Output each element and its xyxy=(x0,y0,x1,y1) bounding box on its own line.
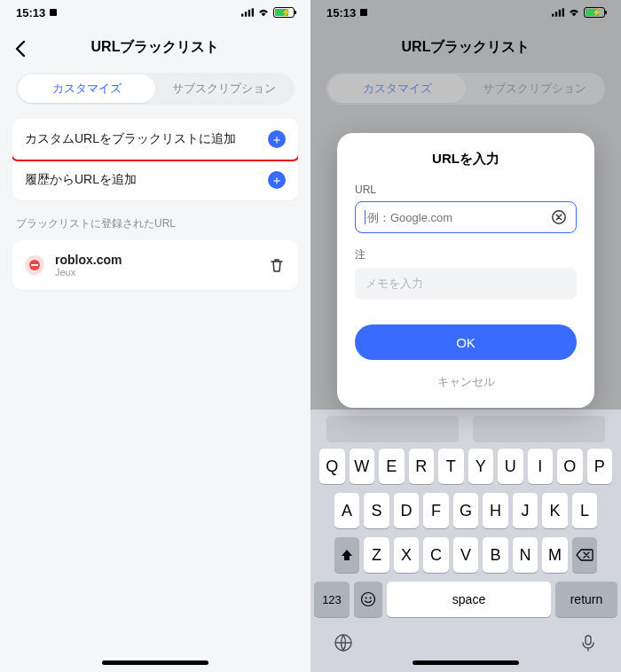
item-name: roblox.com xyxy=(55,253,268,267)
key-q[interactable]: Q xyxy=(319,449,345,484)
svg-rect-8 xyxy=(552,14,554,17)
modal-title: URLを入力 xyxy=(355,151,577,168)
home-indicator[interactable] xyxy=(102,660,208,665)
svg-rect-7 xyxy=(360,9,367,16)
shift-key[interactable] xyxy=(334,537,360,573)
prediction-slot[interactable] xyxy=(326,416,459,442)
plus-icon: ＋ xyxy=(268,171,286,189)
key-i[interactable]: I xyxy=(528,449,554,484)
numbers-key[interactable]: 123 xyxy=(314,582,350,617)
row-label: 履歴からURLを追加 xyxy=(25,172,268,188)
key-g[interactable]: G xyxy=(453,493,479,528)
svg-rect-6 xyxy=(31,264,38,266)
tab-custom[interactable]: カスタマイズ xyxy=(18,74,155,103)
row-label: カスタムURLをブラックリストに追加 xyxy=(25,131,268,147)
key-j[interactable]: J xyxy=(513,493,538,528)
signal-icon xyxy=(552,8,564,17)
svg-point-13 xyxy=(362,593,375,606)
backspace-key[interactable] xyxy=(572,537,598,573)
cancel-button[interactable]: キャンセル xyxy=(355,369,577,395)
key-y[interactable]: Y xyxy=(468,449,494,484)
status-bar: 15:13 ⚡ xyxy=(310,0,621,25)
key-z[interactable]: Z xyxy=(364,537,389,573)
svg-rect-1 xyxy=(241,14,243,17)
svg-rect-4 xyxy=(252,8,254,16)
svg-rect-9 xyxy=(555,12,557,16)
ok-button[interactable]: OK xyxy=(355,324,577,360)
back-button[interactable] xyxy=(7,35,34,62)
row-add-custom-url[interactable]: カスタムURLをブラックリストに追加 ＋ xyxy=(12,119,298,160)
battery-icon: ⚡ xyxy=(584,7,605,18)
key-l[interactable]: L xyxy=(572,493,598,528)
url-field[interactable] xyxy=(355,201,577,233)
shift-icon xyxy=(340,548,354,562)
note-label: 注 xyxy=(355,247,577,262)
key-s[interactable]: S xyxy=(364,493,389,528)
key-o[interactable]: O xyxy=(557,449,583,484)
tab-subscription[interactable]: サブスクリプション xyxy=(155,74,293,103)
wifi-icon xyxy=(257,8,270,17)
key-t[interactable]: T xyxy=(438,449,464,484)
svg-rect-0 xyxy=(50,9,57,16)
page-header: URLブラックリスト xyxy=(0,25,310,69)
key-e[interactable]: E xyxy=(379,449,405,484)
svg-rect-11 xyxy=(562,8,564,16)
delete-button[interactable] xyxy=(268,256,286,274)
blacklist-item: roblox.com Jeux xyxy=(12,240,298,290)
row-add-from-history[interactable]: 履歴からURLを追加 ＋ xyxy=(12,160,298,200)
plus-icon: ＋ xyxy=(268,130,286,148)
svg-rect-10 xyxy=(559,10,561,17)
trash-icon xyxy=(268,256,286,274)
url-input[interactable] xyxy=(367,211,551,224)
note-field[interactable]: メモを入力 xyxy=(355,268,577,300)
key-d[interactable]: D xyxy=(394,493,420,528)
status-time: 15:13 xyxy=(326,6,356,20)
section-label: ブラックリストに登録されたURL xyxy=(16,216,295,231)
page-title: URLブラックリスト xyxy=(91,38,220,57)
item-subtitle: Jeux xyxy=(55,267,268,277)
url-input-modal: URLを入力 URL 注 メモを入力 OK キャンセル xyxy=(337,133,594,408)
block-icon xyxy=(25,255,44,275)
svg-rect-2 xyxy=(245,12,247,16)
emoji-icon xyxy=(360,591,376,607)
globe-icon[interactable] xyxy=(334,633,353,652)
key-c[interactable]: C xyxy=(423,537,449,573)
key-r[interactable]: R xyxy=(409,449,435,484)
ios-keyboard: QWERTYUIOP ASDFGHJKL ZXCVBNM 123 space r… xyxy=(310,410,621,672)
mic-icon[interactable] xyxy=(578,633,598,652)
screenshot-right: 15:13 ⚡ URLブラックリスト カスタマイズ サブスクリプション URLを… xyxy=(310,0,621,672)
key-u[interactable]: U xyxy=(498,449,523,484)
key-x[interactable]: X xyxy=(394,537,420,573)
content-list: カスタムURLをブラックリストに追加 ＋ 履歴からURLを追加 ＋ ブラックリス… xyxy=(12,119,298,290)
key-m[interactable]: M xyxy=(542,537,568,573)
battery-icon: ⚡ xyxy=(273,7,295,18)
backspace-icon xyxy=(576,549,593,561)
key-k[interactable]: K xyxy=(542,493,568,528)
clear-icon[interactable] xyxy=(551,209,567,225)
key-b[interactable]: B xyxy=(483,537,508,573)
segmented-tabs: カスタマイズ サブスクリプション xyxy=(16,73,295,105)
key-n[interactable]: N xyxy=(513,537,538,573)
key-f[interactable]: F xyxy=(423,493,449,528)
key-p[interactable]: P xyxy=(587,449,613,484)
wifi-icon xyxy=(568,8,580,17)
svg-rect-3 xyxy=(248,10,250,17)
key-v[interactable]: V xyxy=(453,537,479,573)
emoji-key[interactable] xyxy=(354,582,382,617)
return-key[interactable]: return xyxy=(555,582,617,617)
screenshot-left: 15:13 ⚡ URLブラックリスト カスタマイズ サブスクリプション xyxy=(0,0,310,672)
key-w[interactable]: W xyxy=(350,449,375,484)
home-indicator[interactable] xyxy=(413,660,519,665)
svg-rect-17 xyxy=(586,636,591,645)
space-key[interactable]: space xyxy=(387,582,551,617)
location-icon xyxy=(49,8,58,17)
key-a[interactable]: A xyxy=(334,493,360,528)
chevron-left-icon xyxy=(14,40,27,58)
signal-icon xyxy=(241,8,254,17)
status-time: 15:13 xyxy=(16,6,45,20)
svg-point-15 xyxy=(370,598,372,599)
key-h[interactable]: H xyxy=(483,493,508,528)
url-label: URL xyxy=(355,184,577,196)
prediction-bar xyxy=(310,410,621,449)
prediction-slot[interactable] xyxy=(473,416,605,442)
